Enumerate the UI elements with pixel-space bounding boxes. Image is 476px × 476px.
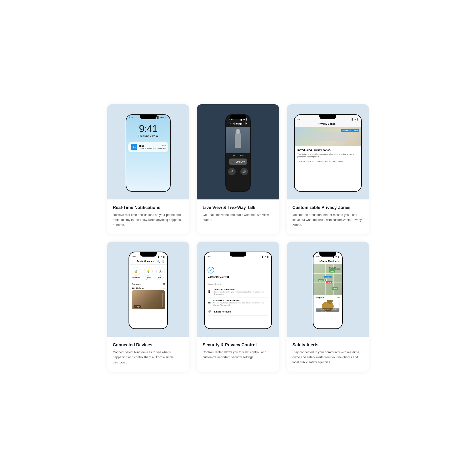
two-step-verification-item[interactable]: 📱 Two-Step Verification Choose how to re…: [207, 287, 268, 297]
dashboard-screen: 9:41 ▐▌ ≋ ▓ ☰ Santa Monica ▾: [129, 252, 167, 328]
signal-icon-5: ▐▌: [261, 255, 264, 258]
ring-logo-icon: ●: [319, 260, 321, 263]
list-button[interactable]: List: [336, 260, 340, 262]
privacy-zones-title: Privacy Zones: [318, 122, 336, 125]
card-title-2: Live View & Two-Way Talk: [203, 205, 273, 210]
end-live-button[interactable]: 📞 End Live: [229, 158, 247, 165]
edit-privacy-zones-button[interactable]: EDIT PRIVACY ZONES: [341, 129, 359, 132]
lights-device[interactable]: 💡 Lights Lights Off: [144, 267, 153, 280]
mute-icon: 🎤: [230, 170, 234, 173]
cameras-section: Cameras ⊞ 📷 Hallway ••• 3: [129, 282, 167, 311]
notif-body: There is motion at your Garage: [139, 147, 166, 150]
checkmark-icon: ✓: [209, 268, 212, 272]
shield-icon: ✓: [207, 267, 214, 273]
cameras-text: Cameras: [132, 283, 141, 285]
status-time-1: 9:41: [129, 116, 133, 119]
phone-3: 9:41 ▐▌ ≋ ▓ ‹ Privacy Zones: [294, 114, 362, 192]
dropdown-arrow[interactable]: ▾: [153, 260, 154, 262]
card-safety-alerts: 9:41 ▐▌ ≋ ▓ ☰ ● Sant: [287, 241, 369, 372]
lights-label: Lights: [144, 276, 153, 278]
camera-icon: 📷: [132, 287, 135, 289]
phone-1: 9:41 ▐▌ WiFi 🔋 9:41 Thursday, July 11: [126, 114, 171, 192]
notification-banner: ring Ring now There is motion at your Ga…: [128, 142, 168, 152]
phone-hang-icon: 📞: [231, 160, 234, 163]
authorized-devices-item[interactable]: 💻 Authorized Client Devices Manage the p…: [207, 298, 268, 308]
speaker-button[interactable]: 🔊: [240, 168, 248, 175]
notch-1: [140, 115, 157, 119]
neighbor-post[interactable]: ring Exact location hidden for privacy: [316, 300, 340, 312]
battery-icon-3: ▓: [357, 118, 358, 120]
dog-head: [327, 300, 333, 304]
safety-menu-icon[interactable]: ☰ ●: [316, 260, 321, 263]
safety-header: ☰ ● Santa Monica List: [313, 258, 342, 264]
two-step-text: Two-Step Verification Choose how to rece…: [214, 289, 266, 295]
menu-icon[interactable]: ☰: [132, 260, 134, 263]
history-device[interactable]: 🕐 History Nothing New: [156, 267, 165, 280]
status-time-5: 9:41: [207, 255, 211, 258]
status-icons-5: ▐▌ ≋ ▓: [261, 255, 268, 258]
notch-4: [140, 252, 157, 256]
authorized-text: Authorized Client Devices Manage the pho…: [213, 299, 266, 306]
hallway-detail: [162, 293, 163, 307]
card-privacy-zones: 9:41 ▐▌ ≋ ▓ ‹ Privacy Zones: [287, 104, 369, 234]
mute-button[interactable]: 🎤: [228, 168, 236, 175]
card-desc-4: Connect select Ring devices to see what'…: [113, 350, 184, 365]
lock-screen: 9:41 ▐▌ WiFi 🔋 9:41 Thursday, July 11: [126, 115, 170, 191]
security-header: ☰: [205, 258, 271, 264]
phone-5: 9:41 ▐▌ ≋ ▓ ☰ ✓: [204, 252, 272, 329]
video-timestamp: 9:41:11 PM: [226, 153, 250, 157]
card-title-6: Safety Alerts: [292, 342, 363, 347]
phone-container-3: 9:41 ▐▌ ≋ ▓ ‹ Privacy Zones: [287, 104, 369, 200]
neighbor-image-bg: ring Exact location hidden for privacy: [316, 300, 340, 312]
phone-container-6: 9:41 ▐▌ ≋ ▓ ☰ ● Sant: [287, 241, 369, 337]
camera-more-button[interactable]: •••: [162, 287, 165, 289]
road-h-1: [313, 273, 342, 274]
phone-screen-2: 9:41 ▐▌ ≋ ▓ ✕ Garage ⚙: [226, 115, 250, 191]
device-icons-row: 🔒 Front Door Locked 💡 Lights Lights Off …: [129, 265, 167, 282]
cart-icon[interactable]: 🛒: [161, 260, 165, 263]
front-door-label: Front Door: [132, 276, 140, 278]
phone-container-2: 9:41 ▐▌ ≋ ▓ ✕ Garage ⚙: [197, 104, 279, 200]
battery-icon-1: 🔋: [165, 116, 167, 119]
header-action-icons: 🔍 🛒: [156, 260, 165, 263]
privacy-content: Introducing Privacy Zones. This feature …: [295, 146, 361, 191]
settings-icon[interactable]: ⚙: [244, 122, 247, 125]
lost-pet-badge: Lost Pet: [324, 276, 332, 278]
card-text-3: Customizable Privacy Zones Monitor the a…: [287, 200, 369, 234]
lock-time: 9:41: [129, 124, 168, 134]
card-text-1: Real-Time Notifications Receive real-tim…: [107, 200, 189, 234]
neighbor-header: Neighbor... •••: [316, 296, 340, 299]
card-title-5: Security & Privacy Control: [203, 342, 273, 347]
close-icon[interactable]: ✕: [229, 122, 231, 125]
control-center-section: ✓ Control Center: [205, 264, 271, 281]
map-area[interactable]: Safety Safety Crime Safety Lost Pet Unkn…: [313, 264, 342, 295]
battery-icon-6: ▓: [338, 255, 339, 258]
phone-container-1: 9:41 ▐▌ WiFi 🔋 9:41 Thursday, July 11: [107, 104, 189, 200]
ring-app-icon: ring: [131, 144, 137, 151]
front-door-device[interactable]: 🔒 Front Door Locked: [132, 267, 140, 280]
back-button[interactable]: ‹: [298, 122, 299, 126]
lock-date: Thursday, July 11: [129, 134, 168, 137]
room-furniture: [308, 132, 348, 141]
search-icon[interactable]: 🔍: [156, 260, 160, 263]
cameras-view-toggle[interactable]: ⊞: [163, 283, 165, 285]
card-desc-1: Receive real-time notifications on your …: [113, 213, 184, 227]
wifi-icon-6: ≋: [335, 255, 337, 258]
phone-screen-3: 9:41 ▐▌ ≋ ▓ ‹ Privacy Zones: [295, 115, 361, 191]
camera-thumbnail[interactable]: 3s ago: [132, 290, 165, 309]
safety-location: Santa Monica: [321, 260, 336, 263]
sec-menu-icon[interactable]: ☰: [207, 260, 210, 263]
hamburger-icon: ☰: [316, 260, 319, 263]
phone-container-5: 9:41 ▐▌ ≋ ▓ ☰ ✓: [197, 241, 279, 337]
history-status: Nothing New: [156, 278, 165, 280]
linked-accounts-item[interactable]: 🔗 Linked Accounts ›: [207, 308, 268, 316]
account-control-section: Account Control 📱 Two-Step Verification …: [205, 281, 271, 317]
front-door-status: Locked: [132, 278, 140, 280]
end-live-label: End Live: [236, 160, 245, 163]
phone-2: 9:41 ▐▌ ≋ ▓ ✕ Garage ⚙: [225, 114, 251, 192]
card-connected-devices: 9:41 ▐▌ ≋ ▓ ☰ Santa Monica ▾: [107, 241, 189, 372]
riviera-label: RIVIERA: [329, 267, 336, 269]
signal-icon-1: ▐▌: [157, 116, 159, 119]
neighbor-more-button[interactable]: •••: [338, 296, 340, 299]
live-view-title: Garage: [231, 122, 244, 125]
